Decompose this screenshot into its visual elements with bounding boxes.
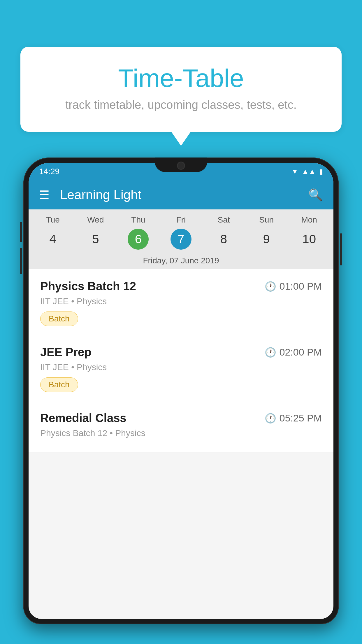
schedule-meta: IIT JEE • Physics bbox=[40, 362, 322, 372]
schedule-list: Physics Batch 12 🕐 01:00 PM IIT JEE • Ph… bbox=[29, 269, 333, 452]
day-number: 5 bbox=[85, 229, 106, 250]
clock-icon: 🕐 bbox=[265, 281, 276, 292]
app-title: Learning Light bbox=[60, 188, 298, 202]
phone-outer: 14:29 ▼ ▲▲ ▮ ☰ Learning Light 🔍 Tue4Wed5… bbox=[23, 158, 339, 624]
signal-icon: ▲▲ bbox=[302, 167, 316, 176]
schedule-row-top: Remedial Class 🕐 05:25 PM bbox=[40, 412, 322, 425]
day-col-mon[interactable]: Mon10 bbox=[292, 215, 327, 250]
schedule-row-top: JEE Prep 🕐 02:00 PM bbox=[40, 346, 322, 359]
front-camera bbox=[177, 162, 185, 170]
status-time: 14:29 bbox=[39, 167, 59, 176]
day-number: 6 bbox=[128, 229, 149, 250]
schedule-time: 🕐 05:25 PM bbox=[265, 412, 322, 424]
day-name: Tue bbox=[46, 215, 60, 225]
schedule-time: 🕐 02:00 PM bbox=[265, 346, 322, 358]
day-col-wed[interactable]: Wed5 bbox=[78, 215, 113, 250]
schedule-meta: IIT JEE • Physics bbox=[40, 296, 322, 306]
day-name: Sun bbox=[259, 215, 274, 225]
schedule-item[interactable]: Physics Batch 12 🕐 01:00 PM IIT JEE • Ph… bbox=[29, 269, 333, 335]
batch-badge: Batch bbox=[40, 312, 78, 326]
day-number: 7 bbox=[171, 229, 191, 250]
calendar-day-header: Tue4Wed5Thu6Fri7Sat8Sun9Mon10 bbox=[29, 209, 333, 253]
schedule-name: Physics Batch 12 bbox=[40, 280, 136, 293]
day-name: Fri bbox=[176, 215, 186, 225]
phone-screen: 14:29 ▼ ▲▲ ▮ ☰ Learning Light 🔍 Tue4Wed5… bbox=[29, 163, 333, 619]
day-number: 10 bbox=[299, 229, 320, 250]
phone-frame: 14:29 ▼ ▲▲ ▮ ☰ Learning Light 🔍 Tue4Wed5… bbox=[23, 158, 339, 644]
day-name: Thu bbox=[131, 215, 145, 225]
battery-icon: ▮ bbox=[319, 167, 323, 176]
app-bar: ☰ Learning Light 🔍 bbox=[29, 180, 333, 209]
batch-badge: Batch bbox=[40, 377, 78, 392]
hamburger-icon[interactable]: ☰ bbox=[39, 189, 50, 201]
power-button bbox=[340, 233, 342, 265]
search-icon[interactable]: 🔍 bbox=[308, 188, 323, 202]
wifi-icon: ▼ bbox=[291, 167, 298, 176]
schedule-item[interactable]: JEE Prep 🕐 02:00 PM IIT JEE • Physics Ba… bbox=[29, 335, 333, 401]
day-number: 4 bbox=[42, 229, 63, 250]
day-col-sat[interactable]: Sat8 bbox=[206, 215, 241, 250]
clock-icon: 🕐 bbox=[265, 347, 276, 358]
day-col-sun[interactable]: Sun9 bbox=[249, 215, 284, 250]
selected-date-label: Friday, 07 June 2019 bbox=[29, 253, 333, 269]
bubble-title: Time-Table bbox=[44, 64, 318, 92]
phone-notch bbox=[155, 158, 207, 172]
day-col-tue[interactable]: Tue4 bbox=[35, 215, 70, 250]
day-col-fri[interactable]: Fri7 bbox=[164, 215, 198, 250]
schedule-name: Remedial Class bbox=[40, 412, 126, 425]
speech-bubble: Time-Table track timetable, upcoming cla… bbox=[20, 47, 342, 132]
clock-icon: 🕐 bbox=[265, 413, 276, 424]
day-number: 9 bbox=[256, 229, 277, 250]
day-name: Wed bbox=[87, 215, 104, 225]
schedule-time: 🕐 01:00 PM bbox=[265, 281, 322, 292]
bubble-subtitle: track timetable, upcoming classes, tests… bbox=[44, 98, 318, 111]
volume-down-button bbox=[20, 248, 22, 274]
day-name: Mon bbox=[301, 215, 317, 225]
status-icons: ▼ ▲▲ ▮ bbox=[291, 167, 323, 176]
volume-up-button bbox=[20, 222, 22, 242]
speech-bubble-container: Time-Table track timetable, upcoming cla… bbox=[20, 47, 342, 132]
day-col-thu[interactable]: Thu6 bbox=[121, 215, 156, 250]
schedule-row-top: Physics Batch 12 🕐 01:00 PM bbox=[40, 280, 322, 293]
schedule-item[interactable]: Remedial Class 🕐 05:25 PM Physics Batch … bbox=[29, 401, 333, 452]
schedule-meta: Physics Batch 12 • Physics bbox=[40, 428, 322, 438]
day-number: 8 bbox=[213, 229, 234, 250]
day-name: Sat bbox=[218, 215, 230, 225]
schedule-name: JEE Prep bbox=[40, 346, 92, 359]
